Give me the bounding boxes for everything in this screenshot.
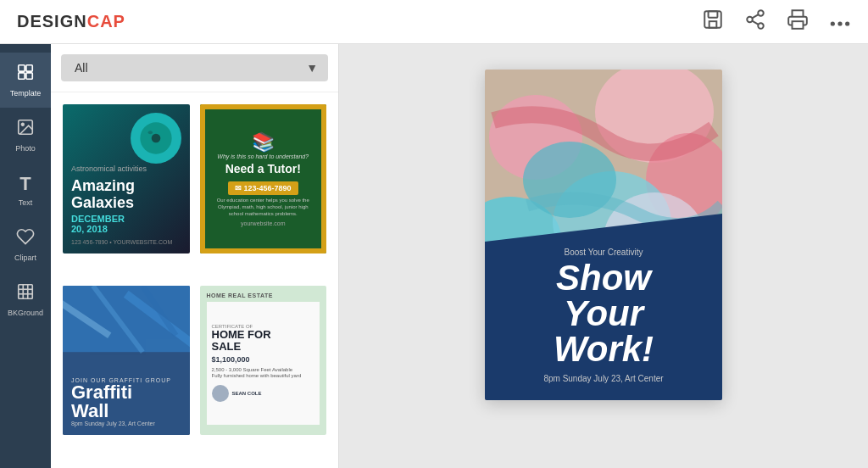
svg-rect-8 bbox=[793, 21, 804, 29]
sidebar-template-label: Template bbox=[10, 89, 42, 98]
sale-title: HOME FORSALE bbox=[212, 329, 315, 354]
save-icon[interactable] bbox=[702, 8, 724, 36]
svg-rect-12 bbox=[19, 65, 25, 71]
svg-point-9 bbox=[831, 21, 835, 25]
poster-boost-text: Boost Your Creativity bbox=[502, 248, 705, 257]
template-galaxies-preview: Astronomical activities AmazingGalaxies … bbox=[63, 104, 190, 254]
header: DESIGNCAP bbox=[0, 0, 868, 44]
svg-rect-1 bbox=[709, 11, 718, 18]
tutor-question: Why is this so hard to understand? bbox=[217, 153, 309, 159]
svg-point-11 bbox=[845, 21, 849, 25]
galaxies-date: DECEMBER20, 2018 bbox=[71, 214, 181, 234]
template-tutor-preview: 📚 Why is this so hard to understand? Nee… bbox=[200, 104, 327, 254]
sale-price: $1,100,000 bbox=[212, 355, 315, 364]
svg-point-25 bbox=[147, 131, 152, 134]
svg-point-5 bbox=[758, 23, 764, 29]
svg-point-10 bbox=[837, 21, 842, 25]
template-icon bbox=[16, 63, 35, 86]
galaxies-title: AmazingGalaxies bbox=[71, 178, 181, 212]
photo-icon bbox=[16, 118, 35, 141]
galaxies-sub: Astronomical activities bbox=[71, 164, 181, 173]
sidebar-item-photo[interactable]: Photo bbox=[0, 108, 51, 163]
tutor-website: yourwebsite.com bbox=[241, 220, 286, 226]
templates-grid: Astronomical activities AmazingGalaxies … bbox=[51, 92, 338, 468]
filter-dropdown-wrapper: All Social Media Poster Flyer Banner ▼ bbox=[61, 54, 328, 81]
galaxies-footer: 123 456-7890 • YOURWEBSITE.COM bbox=[71, 239, 181, 245]
sidebar-item-background[interactable]: BKGround bbox=[0, 272, 51, 327]
logo-design: DESIGN bbox=[17, 12, 87, 31]
sidebar-photo-label: Photo bbox=[15, 144, 36, 153]
poster-content: Boost Your Creativity ShowYourWork! 8pm … bbox=[485, 214, 722, 400]
svg-point-3 bbox=[758, 10, 764, 16]
more-options-icon[interactable] bbox=[829, 11, 851, 33]
sale-agent: SEAN COLE bbox=[232, 391, 262, 396]
sidebar-item-clipart[interactable]: Clipart bbox=[0, 217, 51, 272]
canvas-area: Boost Your Creativity ShowYourWork! 8pm … bbox=[339, 44, 868, 468]
svg-rect-13 bbox=[26, 65, 32, 71]
sidebar-clipart-label: Clipart bbox=[14, 254, 36, 262]
template-card-galaxies[interactable]: Astronomical activities AmazingGalaxies … bbox=[61, 103, 192, 255]
logo-cap: CAP bbox=[87, 12, 125, 31]
clipart-icon bbox=[16, 227, 35, 250]
sidebar-item-text[interactable]: T Text bbox=[0, 163, 51, 217]
graffiti-title: GraffitiWall bbox=[71, 383, 181, 421]
sidebar-item-template[interactable]: Template bbox=[0, 53, 51, 108]
sale-details: 2,500 - 3,000 Square Feet AvailableFully… bbox=[212, 367, 315, 381]
header-actions bbox=[702, 8, 851, 36]
templates-panel: All Social Media Poster Flyer Banner ▼ A… bbox=[51, 44, 339, 468]
logo: DESIGNCAP bbox=[17, 12, 125, 31]
galaxy-circle bbox=[131, 113, 181, 164]
svg-point-17 bbox=[21, 123, 24, 125]
tutor-book-icon: 📚 bbox=[252, 131, 275, 153]
template-sale-preview: HOME REAL ESTATE CERTIFICATE OF HOME FOR… bbox=[200, 286, 327, 435]
svg-rect-2 bbox=[709, 21, 717, 28]
svg-line-6 bbox=[752, 20, 758, 24]
graffiti-sub: 8pm Sunday July 23, Art Center bbox=[71, 421, 181, 426]
filter-section: All Social Media Poster Flyer Banner ▼ bbox=[51, 44, 338, 92]
svg-point-24 bbox=[151, 134, 160, 143]
print-icon[interactable] bbox=[787, 8, 809, 36]
template-graffiti-preview: JOIN OUR GRAFFITI GROUP GraffitiWall 8pm… bbox=[63, 286, 190, 435]
tutor-desc: Our education center helps you solve the… bbox=[212, 198, 315, 217]
background-icon bbox=[16, 282, 35, 305]
template-card-sale[interactable]: HOME REAL ESTATE CERTIFICATE OF HOME FOR… bbox=[198, 284, 329, 437]
sidebar-text-label: Text bbox=[19, 198, 33, 207]
template-card-graffiti[interactable]: JOIN OUR GRAFFITI GROUP GraffitiWall 8pm… bbox=[61, 284, 192, 437]
poster-main-title: ShowYourWork! bbox=[502, 260, 705, 367]
main-layout: Template Photo T Text Clipart BKGround bbox=[0, 44, 868, 468]
poster-subtitle: 8pm Sunday July 23, Art Center bbox=[502, 374, 705, 383]
main-poster[interactable]: Boost Your Creativity ShowYourWork! 8pm … bbox=[485, 70, 722, 400]
share-icon[interactable] bbox=[744, 8, 766, 36]
tutor-phone: ✉ 123-456-7890 bbox=[228, 181, 298, 195]
svg-rect-14 bbox=[19, 73, 25, 79]
svg-point-4 bbox=[747, 16, 753, 22]
tutor-title: Need a Tutor! bbox=[225, 163, 301, 176]
svg-line-7 bbox=[752, 14, 758, 18]
svg-rect-18 bbox=[19, 285, 33, 299]
svg-rect-0 bbox=[704, 11, 721, 28]
filter-dropdown[interactable]: All Social Media Poster Flyer Banner bbox=[61, 54, 328, 81]
text-icon: T bbox=[19, 173, 31, 195]
svg-rect-15 bbox=[26, 73, 32, 79]
sale-header: HOME REAL ESTATE bbox=[207, 292, 320, 298]
sidebar-background-label: BKGround bbox=[8, 309, 43, 317]
sidebar: Template Photo T Text Clipart BKGround bbox=[0, 44, 51, 468]
template-card-tutor[interactable]: 📚 Why is this so hard to understand? Nee… bbox=[198, 103, 329, 255]
